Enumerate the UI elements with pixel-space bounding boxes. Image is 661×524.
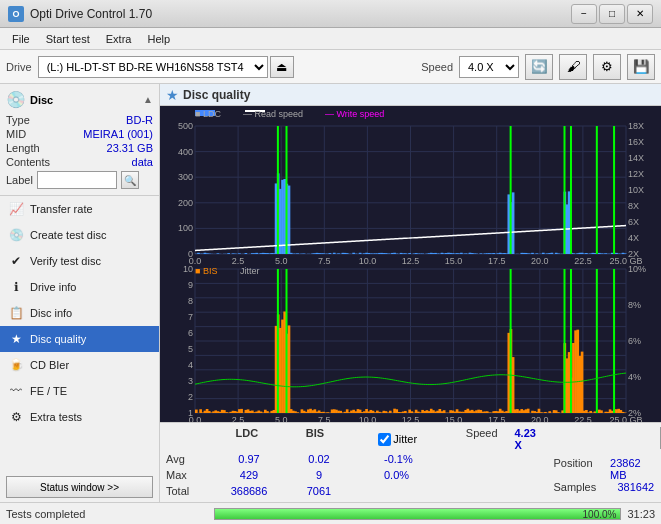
samples-label: Samples [553, 481, 613, 493]
eject-button[interactable]: ⏏ [270, 56, 294, 78]
refresh-button[interactable]: 🔄 [525, 54, 553, 80]
total-ldc: 368686 [214, 485, 284, 497]
speed-label: Speed [421, 61, 453, 73]
settings-button2[interactable]: ⚙ [593, 54, 621, 80]
stats-footer: LDC BIS Jitter Speed 4.23 X Avg 0.97 0 [160, 422, 661, 502]
disc-label-button[interactable]: 🔍 [121, 171, 139, 189]
settings-button1[interactable]: 🖌 [559, 54, 587, 80]
speed-label: Speed [466, 427, 515, 451]
drive-select[interactable]: (L:) HL-DT-ST BD-RE WH16NS58 TST4 [38, 56, 268, 78]
extra-tests-icon: ⚙ [8, 409, 24, 425]
disc-contents-value: data [132, 156, 153, 168]
sidebar: 💿 Disc ▲ Type BD-R MID MEIRA1 (001) Leng… [0, 84, 160, 502]
max-ldc: 429 [214, 469, 284, 481]
avg-label: Avg [166, 453, 214, 465]
minimize-button[interactable]: − [571, 4, 597, 24]
avg-jitter: -0.1% [384, 453, 474, 465]
create-test-disc-icon: 💿 [8, 227, 24, 243]
maximize-button[interactable]: □ [599, 4, 625, 24]
progress-bar-container: 100.0% [214, 508, 621, 520]
nav-items: 📈 Transfer rate 💿 Create test disc ✔ Ver… [0, 196, 159, 430]
disc-type-value: BD-R [126, 114, 153, 126]
sidebar-item-disc-info[interactable]: 📋 Disc info [0, 300, 159, 326]
sidebar-item-label: Transfer rate [30, 203, 93, 215]
drive-container: (L:) HL-DT-ST BD-RE WH16NS58 TST4 ⏏ [38, 56, 412, 78]
disc-type-label: Type [6, 114, 30, 126]
disc-length-value: 23.31 GB [107, 142, 153, 154]
jitter-label: Jitter [393, 433, 417, 445]
sidebar-item-extra-tests[interactable]: ⚙ Extra tests [0, 404, 159, 430]
menu-extra[interactable]: Extra [98, 31, 140, 47]
sidebar-item-label: CD BIer [30, 359, 69, 371]
disc-quality-header-icon: ★ [166, 87, 179, 103]
jitter-checkbox[interactable] [378, 433, 391, 446]
sidebar-item-disc-quality[interactable]: ★ Disc quality [0, 326, 159, 352]
disc-label-input[interactable] [37, 171, 117, 189]
drive-info-icon: ℹ [8, 279, 24, 295]
disc-mid-row: MID MEIRA1 (001) [6, 127, 153, 141]
charts-container [160, 106, 661, 422]
verify-test-disc-icon: ✔ [8, 253, 24, 269]
drive-label: Drive [6, 61, 32, 73]
sidebar-item-cd-bier[interactable]: 🍺 CD BIer [0, 352, 159, 378]
avg-bis: 0.02 [284, 453, 354, 465]
sidebar-item-label: Verify test disc [30, 255, 101, 267]
sidebar-item-transfer-rate[interactable]: 📈 Transfer rate [0, 196, 159, 222]
ldc-col-header: LDC [213, 427, 281, 451]
sidebar-item-label: Disc info [30, 307, 72, 319]
content-area: ★ Disc quality LDC BIS Jitt [160, 84, 661, 502]
bis-col-header: BIS [281, 427, 349, 451]
disc-quality-header: ★ Disc quality [160, 84, 661, 106]
sidebar-item-drive-info[interactable]: ℹ Drive info [0, 274, 159, 300]
window-controls: − □ ✕ [571, 4, 653, 24]
menu-file[interactable]: File [4, 31, 38, 47]
disc-type-row: Type BD-R [6, 113, 153, 127]
max-label: Max [166, 469, 214, 481]
menu-bar: File Start test Extra Help [0, 28, 661, 50]
speed-value: 4.23 X [514, 427, 545, 451]
disc-quality-title: Disc quality [183, 88, 250, 102]
toolbar: Drive (L:) HL-DT-ST BD-RE WH16NS58 TST4 … [0, 50, 661, 84]
speed-select[interactable]: 4.0 X [459, 56, 519, 78]
disc-contents-row: Contents data [6, 155, 153, 169]
app-icon: O [8, 6, 24, 22]
transfer-rate-icon: 📈 [8, 201, 24, 217]
sidebar-item-label: Disc quality [30, 333, 86, 345]
sidebar-item-label: Create test disc [30, 229, 106, 241]
time-text: 31:23 [627, 508, 655, 520]
total-label: Total [166, 485, 214, 497]
menu-start-test[interactable]: Start test [38, 31, 98, 47]
fe-te-icon: 〰 [8, 383, 24, 399]
disc-title: Disc [30, 94, 53, 106]
disc-quality-chart [160, 106, 661, 422]
disc-header: 💿 Disc ▲ [6, 90, 153, 109]
app-title: Opti Drive Control 1.70 [30, 7, 571, 21]
main-layout: 💿 Disc ▲ Type BD-R MID MEIRA1 (001) Leng… [0, 84, 661, 502]
position-value: 23862 MB [610, 457, 654, 481]
bottom-status-bar: Tests completed 100.0% 31:23 [0, 502, 661, 524]
disc-info-icon: 📋 [8, 305, 24, 321]
sidebar-item-label: Extra tests [30, 411, 82, 423]
status-window-button[interactable]: Status window >> [6, 476, 153, 498]
disc-panel: 💿 Disc ▲ Type BD-R MID MEIRA1 (001) Leng… [0, 84, 159, 196]
disc-mid-label: MID [6, 128, 26, 140]
disc-mid-value: MEIRA1 (001) [83, 128, 153, 140]
disc-length-label: Length [6, 142, 40, 154]
cd-bier-icon: 🍺 [8, 357, 24, 373]
position-label: Position [553, 457, 606, 481]
disc-label-row: Label 🔍 [6, 171, 153, 189]
total-bis: 7061 [284, 485, 354, 497]
disc-label-label: Label [6, 174, 33, 186]
sidebar-item-fe-te[interactable]: 〰 FE / TE [0, 378, 159, 404]
samples-value: 381642 [617, 481, 654, 493]
sidebar-item-label: FE / TE [30, 385, 67, 397]
avg-ldc: 0.97 [214, 453, 284, 465]
menu-help[interactable]: Help [139, 31, 178, 47]
sidebar-item-create-test-disc[interactable]: 💿 Create test disc [0, 222, 159, 248]
progress-bar [215, 509, 620, 519]
sidebar-item-verify-test-disc[interactable]: ✔ Verify test disc [0, 248, 159, 274]
save-button[interactable]: 💾 [627, 54, 655, 80]
max-bis: 9 [284, 469, 354, 481]
close-button[interactable]: ✕ [627, 4, 653, 24]
disc-quality-icon: ★ [8, 331, 24, 347]
